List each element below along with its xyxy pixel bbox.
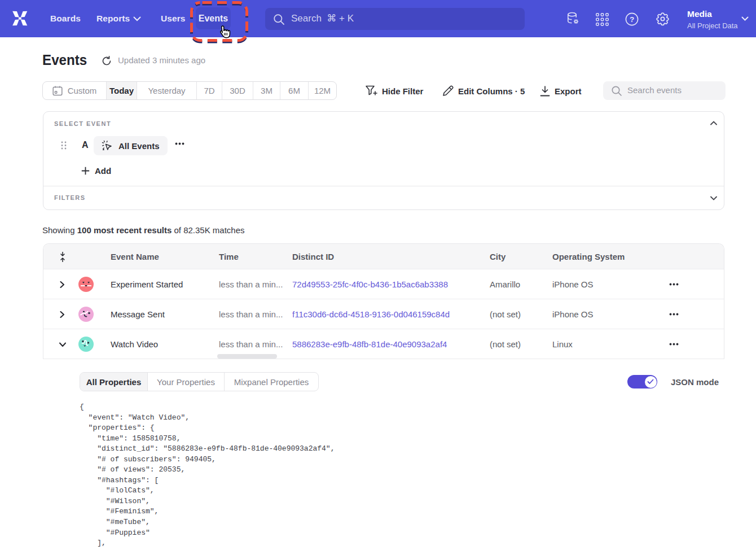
svg-text:?: ? (630, 15, 634, 24)
